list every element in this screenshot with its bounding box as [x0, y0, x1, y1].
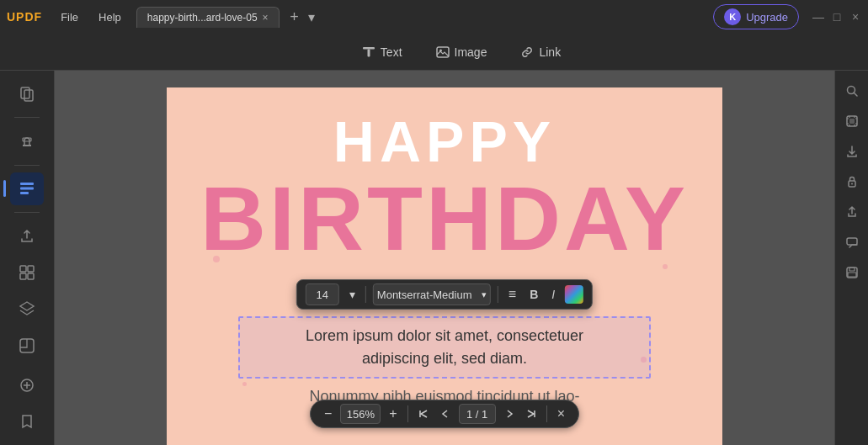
menu-file[interactable]: File [52, 8, 87, 27]
svg-point-23 [851, 183, 853, 185]
page-number-input[interactable] [459, 404, 496, 424]
sidebar-divider-3 [14, 212, 40, 213]
image-tool-icon [436, 45, 450, 59]
app-logo: UPDF [7, 10, 42, 24]
zoom-bar: − + [310, 400, 579, 428]
fmt-separator-1 [365, 286, 366, 303]
svg-rect-12 [20, 273, 26, 279]
text-tool-icon [362, 45, 375, 59]
close-button[interactable]: × [849, 11, 861, 23]
window-controls: — □ × [812, 11, 861, 23]
page-first-button[interactable] [415, 407, 432, 421]
fmt-separator-2 [498, 286, 498, 303]
main-layout: HAPPY BIRTHDAY ▾ Montserrat-Medium ▾ ≡ B… [0, 71, 868, 445]
svg-rect-10 [20, 266, 26, 272]
bold-button[interactable]: B [526, 286, 541, 303]
page-next-button[interactable] [501, 407, 518, 421]
right-ocr-icon[interactable] [839, 108, 865, 135]
svg-rect-8 [20, 188, 34, 190]
zoom-in-button[interactable]: + [386, 405, 400, 423]
right-download-icon[interactable] [839, 138, 865, 165]
tab-dropdown-button[interactable]: ▾ [308, 9, 315, 25]
sidebar-layers-bottom-icon[interactable] [10, 368, 44, 401]
decorative-dot [663, 264, 668, 269]
font-size-dropdown-btn[interactable]: ▾ [346, 286, 359, 303]
canvas-area[interactable]: HAPPY BIRTHDAY ▾ Montserrat-Medium ▾ ≡ B… [55, 71, 834, 445]
titlebar: UPDF File Help happy-birth...ard-love-05… [0, 0, 868, 34]
card-birthday-text: BIRTHDAY [200, 173, 689, 264]
decorative-dot [213, 256, 220, 262]
svg-rect-9 [20, 192, 29, 194]
font-family-chevron: ▾ [482, 289, 487, 300]
svg-rect-13 [28, 273, 34, 279]
svg-rect-0 [363, 47, 375, 50]
page-last-button[interactable] [523, 407, 540, 421]
svg-rect-4 [21, 87, 29, 98]
svg-rect-1 [367, 49, 370, 56]
active-tab[interactable]: happy-birth...ard-love-05 × [136, 7, 280, 28]
sidebar-organize-icon[interactable] [10, 256, 44, 289]
font-family-dropdown[interactable]: Montserrat-Medium ▾ [373, 283, 491, 305]
svg-rect-2 [437, 47, 449, 57]
color-picker-button[interactable] [565, 285, 583, 304]
sidebar-bookmark-icon[interactable] [10, 405, 44, 438]
align-button[interactable]: ≡ [505, 285, 519, 304]
svg-rect-7 [20, 183, 34, 185]
maximize-button[interactable]: □ [831, 11, 843, 23]
menu-bar: File Help [52, 8, 130, 27]
zoom-value-input[interactable] [340, 404, 381, 424]
right-comment-icon[interactable] [839, 229, 865, 256]
sidebar-stickers-icon[interactable] [10, 329, 44, 362]
sidebar-divider-2 [14, 165, 40, 166]
zoom-out-button[interactable]: − [321, 405, 335, 423]
link-tool-icon [520, 45, 534, 59]
sidebar-divider-1 [14, 117, 40, 118]
text-tool-label: Text [381, 45, 402, 59]
tab-add-button[interactable]: + [285, 7, 305, 27]
sidebar-export-icon[interactable] [10, 220, 44, 252]
image-tool-label: Image [455, 45, 487, 59]
svg-rect-24 [847, 238, 857, 245]
svg-rect-11 [28, 266, 34, 272]
sidebar-pages-icon[interactable] [10, 77, 44, 110]
svg-rect-21 [849, 119, 855, 124]
right-search-icon[interactable] [839, 77, 865, 104]
card-happy-text: HAPPY [333, 113, 556, 170]
edit-toolbar: Text Image Link [0, 34, 868, 71]
format-toolbar: ▾ Montserrat-Medium ▾ ≡ B I [296, 279, 593, 310]
zoom-separator-2 [546, 405, 547, 422]
minimize-button[interactable]: — [812, 11, 824, 23]
tab-bar: happy-birth...ard-love-05 × + ▾ [136, 7, 713, 28]
link-tool-button[interactable]: Link [503, 40, 578, 64]
tab-close-button[interactable]: × [263, 13, 269, 23]
image-tool-button[interactable]: Image [419, 40, 504, 64]
page-prev-button[interactable] [437, 407, 454, 421]
zoom-separator-1 [407, 405, 408, 422]
menu-help[interactable]: Help [90, 8, 130, 27]
right-save-icon[interactable] [839, 259, 865, 286]
italic-button[interactable]: I [548, 286, 558, 303]
font-family-label: Montserrat-Medium [377, 289, 472, 301]
text-selection-box[interactable]: Lorem ipsum dolor sit amet, consectetuer… [238, 316, 651, 379]
upgrade-label: Upgrade [746, 11, 788, 24]
left-sidebar [0, 71, 55, 445]
right-lock-icon[interactable] [839, 168, 865, 195]
zoom-close-button[interactable]: × [554, 405, 568, 423]
sidebar-layers-icon[interactable] [10, 293, 44, 326]
tab-title: happy-birth...ard-love-05 [147, 12, 258, 24]
text-tool-button[interactable]: Text [345, 40, 419, 64]
svg-rect-27 [848, 273, 856, 277]
upgrade-button[interactable]: K Upgrade [713, 4, 799, 29]
font-size-input[interactable] [306, 283, 339, 305]
birthday-card: HAPPY BIRTHDAY ▾ Montserrat-Medium ▾ ≡ B… [167, 87, 722, 445]
sidebar-edit-icon[interactable] [10, 172, 44, 205]
sidebar-stamp-icon[interactable] [10, 124, 44, 157]
right-share-icon[interactable] [839, 199, 865, 225]
user-avatar: K [724, 8, 741, 25]
svg-line-19 [854, 93, 857, 96]
link-tool-label: Link [539, 45, 561, 59]
selected-text-content: Lorem ipsum dolor sit amet, consectetuer… [253, 325, 636, 370]
right-sidebar [834, 71, 868, 445]
svg-rect-5 [24, 90, 33, 101]
